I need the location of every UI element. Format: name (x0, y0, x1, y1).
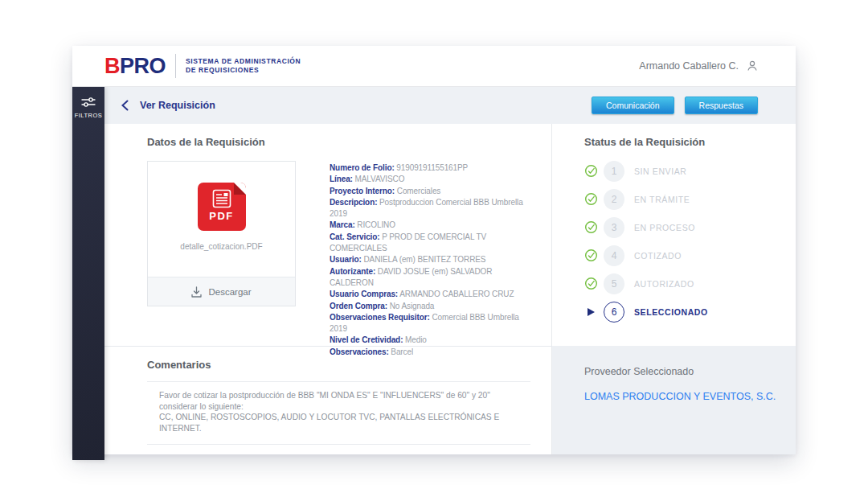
current-step-arrow-icon (584, 308, 598, 316)
comment-line1: Favor de cotizar la postproducción de BB… (159, 391, 490, 411)
filters-icon (80, 96, 96, 109)
field-row: Autorizante: DAVID JOSUE (em) SALVADOR C… (330, 266, 530, 290)
proveedor-link[interactable]: LOMAS PRODUCCION Y EVENTOS, S.C. (584, 391, 776, 402)
field-label: Marca: (330, 220, 355, 229)
toolbar: Ver Requisición Comunicación Respuestas (104, 87, 796, 124)
field-value: Medio (403, 335, 426, 344)
step-label: SELECCIONADO (634, 307, 708, 317)
chevron-left-icon (121, 100, 129, 111)
field-row: Orden Compra: No Asignada (330, 301, 530, 312)
app-header: BPRO SISTEMA DE ADMINISTRACIÓN DE REQUIS… (72, 46, 796, 87)
back-button[interactable] (121, 100, 129, 111)
field-row: Proyecto Interno: Comerciales (330, 186, 530, 197)
logo: BPRO SISTEMA DE ADMINISTRACIÓN DE REQUIS… (104, 54, 301, 79)
field-row: Descripcion: Postproduccion Comercial BB… (330, 197, 530, 220)
logo-subtitle: SISTEMA DE ADMINISTRACIÓN DE REQUISICION… (186, 57, 301, 75)
logo-wordmark: BPRO (104, 54, 166, 79)
status-heading: Status de la Requisición (584, 136, 780, 148)
field-label: Orden Compra: (330, 302, 387, 310)
user-name: Armando Caballero C. (639, 60, 739, 72)
check-icon (584, 249, 598, 262)
main-content: Datos de la Requisición (104, 124, 796, 454)
app-window: BPRO SISTEMA DE ADMINISTRACIÓN DE REQUIS… (72, 46, 796, 454)
step-label: COTIZADO (634, 251, 682, 261)
comment-line2: CC, ONLINE, ROSTOSCOPIOS, AUDIO Y LOCUTO… (159, 413, 499, 433)
person-icon (746, 60, 759, 72)
field-row: Usuario: DANIELA (em) BENITEZ TORRES (330, 254, 530, 265)
status-step-3: 3EN PROCESO (584, 213, 780, 241)
right-column: Status de la Requisición 1SIN ENVIAR2EN … (551, 124, 796, 454)
field-label: Línea: (330, 175, 353, 183)
check-icon (584, 277, 598, 290)
step-number: 5 (604, 273, 624, 294)
step-number: 2 (604, 189, 624, 210)
divider (147, 381, 530, 382)
step-number: 6 (604, 302, 624, 323)
logo-pro: PRO (120, 54, 166, 78)
field-label: Nivel de Cretividad: (330, 335, 403, 344)
field-row: Línea: MALVAVISCO (330, 174, 530, 185)
comments-section: Comentarios Favor de cotizar la postprod… (104, 346, 551, 454)
field-label: Proyecto Interno: (330, 187, 395, 195)
file-preview: PDF detalle_cotizacion.PDF (148, 162, 295, 277)
field-row: Observaciones Requisitor: Comercial BBB … (330, 312, 530, 335)
comments-heading: Comentarios (147, 359, 530, 371)
field-value: MALVAVISCO (353, 175, 404, 183)
field-row: Usuario Compras: ARMANDO CABALLERO CRUZ (330, 289, 530, 300)
step-label: EN PROCESO (634, 223, 695, 232)
step-label: AUTORIZADO (634, 279, 694, 289)
logo-divider (175, 54, 176, 78)
status-step-2: 2EN TRÁMITE (584, 185, 780, 213)
file-card: PDF detalle_cotizacion.PDF Descargar (147, 161, 296, 306)
step-number: 3 (604, 217, 624, 238)
status-step-4: 4COTIZADO (584, 241, 780, 269)
download-icon (191, 286, 202, 298)
field-label: Observaciones Requisitor: (330, 313, 430, 322)
field-value: ARMANDO CABALLERO CRUZ (398, 290, 514, 298)
step-number: 1 (604, 161, 624, 182)
sidebar-item-label: FILTROS (75, 112, 103, 119)
respuestas-button[interactable]: Respuestas (685, 97, 758, 114)
field-label: Autorizante: (330, 267, 375, 276)
divider (147, 444, 530, 445)
status-step-6: 6SELECCIONADO (584, 298, 780, 326)
sidebar-item-filtros[interactable]: FILTROS (72, 87, 104, 119)
field-label: Cat. Servicio: (330, 232, 380, 241)
status-step-5: 5AUTORIZADO (584, 269, 780, 298)
check-icon (584, 164, 598, 178)
field-label: Usuario: (330, 255, 362, 264)
status-section: Status de la Requisición 1SIN ENVIAR2EN … (552, 124, 796, 346)
logo-subtitle-line2: DE REQUISICIONES (186, 66, 301, 75)
field-row: Nivel de Cretividad: Medio (330, 335, 530, 346)
fields-list: Numero de Folio: 91909191155161PPLínea: … (330, 162, 530, 358)
field-label: Numero de Folio: (330, 163, 395, 172)
step-label: SIN ENVIAR (634, 166, 687, 176)
pdf-file-icon: PDF (198, 183, 246, 231)
left-column: Datos de la Requisición (104, 124, 551, 454)
user-menu[interactable]: Armando Caballero C. (639, 60, 759, 72)
field-row: Marca: RICOLINO (330, 220, 530, 231)
logo-subtitle-line1: SISTEMA DE ADMINISTRACIÓN (186, 57, 301, 66)
field-value: DANIELA (em) BENITEZ TORRES (362, 255, 486, 264)
field-value: No Asignada (387, 302, 434, 310)
comunicacion-button[interactable]: Comunicación (592, 97, 674, 114)
step-label: EN TRÁMITE (634, 195, 690, 204)
download-button[interactable]: Descargar (148, 277, 295, 306)
check-icon (584, 192, 598, 206)
field-label: Descripcion: (330, 198, 377, 207)
toolbar-actions: Comunicación Respuestas (592, 97, 758, 114)
page-title: Ver Requisición (140, 100, 215, 111)
download-label: Descargar (208, 287, 251, 297)
status-steps: 1SIN ENVIAR2EN TRÁMITE3EN PROCESO4COTIZA… (584, 157, 780, 326)
sidebar: FILTROS (72, 87, 104, 460)
datos-section: Datos de la Requisición (104, 124, 551, 346)
logo-b: B (104, 54, 120, 78)
document-lines-icon (211, 188, 232, 209)
field-row: Cat. Servicio: P PROD DE COMERCIAL TV CO… (330, 232, 530, 255)
step-number: 4 (604, 245, 624, 266)
pdf-type-label: PDF (209, 210, 234, 222)
check-icon (584, 220, 598, 234)
field-row: Numero de Folio: 91909191155161PP (330, 162, 530, 174)
status-step-1: 1SIN ENVIAR (584, 157, 780, 185)
comment-text: Favor de cotizar la postproducción de BB… (159, 390, 530, 434)
